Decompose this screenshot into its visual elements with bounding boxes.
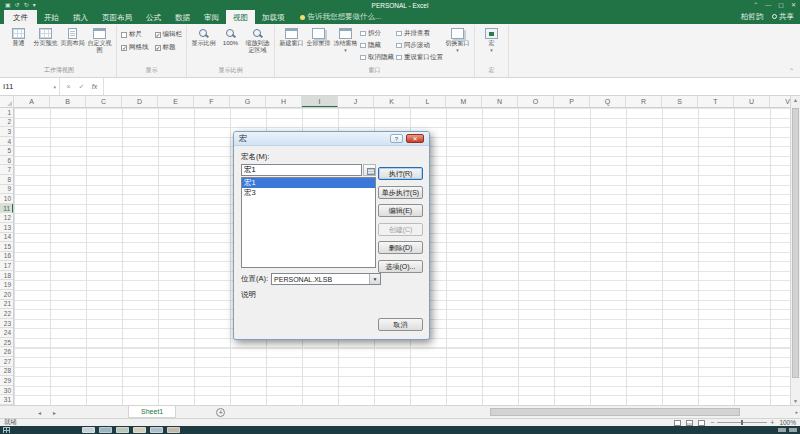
row-header-1[interactable]: 1 xyxy=(0,108,13,118)
macro-list-item-宏1[interactable]: 宏1 xyxy=(242,178,375,188)
zoom-percentage[interactable]: 100% xyxy=(779,419,796,426)
row-header-19[interactable]: 19 xyxy=(0,280,13,290)
row-header-14[interactable]: 14 xyxy=(0,233,13,243)
row-header-9[interactable]: 9 xyxy=(0,185,13,195)
ribbon-button-缩放到选定区域[interactable]: 缩放到选定区域 xyxy=(245,26,270,53)
row-header-11[interactable]: 11 xyxy=(0,204,13,214)
tab-加载项[interactable]: 加载项 xyxy=(255,10,292,24)
tab-开始[interactable]: 开始 xyxy=(37,10,66,24)
page-break-view-icon[interactable] xyxy=(698,420,705,426)
row-header-10[interactable]: 10 xyxy=(0,194,13,204)
scroll-right-icon[interactable]: ▸ xyxy=(795,409,798,415)
location-dropdown-icon[interactable]: ▼ xyxy=(369,274,380,284)
tab-视图[interactable]: 视图 xyxy=(226,10,255,24)
row-header-4[interactable]: 4 xyxy=(0,137,13,147)
ribbon-button-冻结窗格[interactable]: 冻结窗格▾ xyxy=(333,26,358,52)
column-header-L[interactable]: L xyxy=(410,96,446,107)
name-box-dropdown-icon[interactable]: ▾ xyxy=(53,84,56,90)
row-header-31[interactable]: 31 xyxy=(0,395,13,405)
insert-function-icon[interactable]: fx xyxy=(88,83,101,90)
taskbar-item-4[interactable] xyxy=(133,427,146,433)
column-header-A[interactable]: A xyxy=(14,96,50,107)
vertical-scrollbar[interactable]: ▲ ▼ xyxy=(790,96,800,405)
macro-name-input[interactable] xyxy=(241,164,362,176)
zoom-in-icon[interactable]: + xyxy=(770,420,774,426)
ribbon-button-分页预览[interactable]: 分页预览 xyxy=(33,26,58,47)
row-header-13[interactable]: 13 xyxy=(0,223,13,233)
macro-list-item-宏3[interactable]: 宏3 xyxy=(242,188,375,198)
ribbon-button-页面布局[interactable]: 页面布局 xyxy=(60,26,85,47)
dialog-close-icon[interactable]: ✕ xyxy=(406,134,424,143)
row-header-21[interactable]: 21 xyxy=(0,300,13,310)
collapse-ribbon-icon[interactable]: ⌃ xyxy=(789,67,794,74)
column-header-S[interactable]: S xyxy=(662,96,698,107)
formula-input[interactable] xyxy=(104,78,800,95)
ribbon-button-隐藏[interactable]: 隐藏 xyxy=(360,41,394,50)
ribbon-button-并排查看[interactable]: 并排查看 xyxy=(396,29,443,38)
column-header-E[interactable]: E xyxy=(158,96,194,107)
tab-页面布局[interactable]: 页面布局 xyxy=(95,10,139,24)
dialog-button-执行(R)[interactable]: 执行(R) xyxy=(378,167,423,180)
ribbon-display-options-icon[interactable]: ⌃ xyxy=(753,0,758,10)
ribbon-button-切换窗口[interactable]: 切换窗口▾ xyxy=(445,26,470,52)
dialog-help-icon[interactable]: ? xyxy=(390,134,403,143)
zoom-slider-track[interactable] xyxy=(717,422,767,423)
row-header-7[interactable]: 7 xyxy=(0,165,13,175)
next-sheet-icon[interactable]: ▸ xyxy=(53,409,56,416)
row-header-24[interactable]: 24 xyxy=(0,328,13,338)
column-header-J[interactable]: J xyxy=(338,96,374,107)
row-header-2[interactable]: 2 xyxy=(0,118,13,128)
taskbar-item-3[interactable] xyxy=(116,427,129,433)
start-button-icon[interactable] xyxy=(3,427,10,433)
minimize-icon[interactable]: — xyxy=(765,0,771,10)
tray-icon[interactable] xyxy=(778,428,786,432)
ribbon-button-普通[interactable]: 普通 xyxy=(6,26,31,47)
row-header-15[interactable]: 15 xyxy=(0,242,13,252)
column-header-T[interactable]: T xyxy=(698,96,734,107)
tray-icon[interactable] xyxy=(789,428,797,432)
column-header-H[interactable]: H xyxy=(266,96,302,107)
checkbox-标题[interactable]: ✓标题 xyxy=(155,43,183,52)
ribbon-button-重设窗口位置[interactable]: 重设窗口位置 xyxy=(396,53,443,62)
location-select[interactable]: PERSONAL.XLSB ▼ xyxy=(271,273,381,285)
horizontal-scroll-thumb[interactable] xyxy=(490,408,740,416)
ribbon-button-显示比例[interactable]: 显示比例 xyxy=(191,26,216,47)
column-header-P[interactable]: P xyxy=(554,96,590,107)
row-header-3[interactable]: 3 xyxy=(0,127,13,137)
ribbon-button-新建窗口[interactable]: 新建窗口 xyxy=(279,26,304,47)
ribbon-button-同步滚动[interactable]: 同步滚动 xyxy=(396,41,443,50)
macro-dialog-titlebar[interactable]: 宏 ? ✕ xyxy=(234,132,429,146)
row-header-30[interactable]: 30 xyxy=(0,386,13,396)
column-header-K[interactable]: K xyxy=(374,96,410,107)
scroll-down-icon[interactable]: ▼ xyxy=(791,398,800,404)
column-header-C[interactable]: C xyxy=(86,96,122,107)
horizontal-scrollbar[interactable]: ▸ xyxy=(488,408,788,416)
sheet-tab-sheet1[interactable]: Sheet1 xyxy=(128,406,176,418)
column-header-M[interactable]: M xyxy=(446,96,482,107)
tab-插入[interactable]: 插入 xyxy=(66,10,95,24)
dialog-button-删除(D)[interactable]: 删除(D) xyxy=(378,241,423,254)
macro-list[interactable]: 宏1宏3 xyxy=(241,177,376,268)
name-box[interactable]: I11 ▾ xyxy=(0,78,60,95)
tab-数据[interactable]: 数据 xyxy=(168,10,197,24)
ribbon-button-100%[interactable]: 100% xyxy=(218,26,243,47)
column-header-G[interactable]: G xyxy=(230,96,266,107)
row-header-18[interactable]: 18 xyxy=(0,271,13,281)
tab-file[interactable]: 文件 xyxy=(4,10,37,24)
ribbon-button-拆分[interactable]: 拆分 xyxy=(360,29,394,38)
normal-view-icon[interactable] xyxy=(674,420,681,426)
new-sheet-icon[interactable]: + xyxy=(216,408,225,417)
row-header-25[interactable]: 25 xyxy=(0,338,13,348)
row-header-8[interactable]: 8 xyxy=(0,175,13,185)
row-header-28[interactable]: 28 xyxy=(0,367,13,377)
restore-icon[interactable]: ▢ xyxy=(778,0,784,10)
taskbar-item-5[interactable] xyxy=(150,427,163,433)
dialog-button-编辑(E)[interactable]: 编辑(E) xyxy=(378,204,423,217)
row-header-27[interactable]: 27 xyxy=(0,357,13,367)
checkbox-标尺[interactable]: 标尺 xyxy=(121,30,149,39)
row-header-26[interactable]: 26 xyxy=(0,347,13,357)
column-header-B[interactable]: B xyxy=(50,96,86,107)
cancel-entry-icon[interactable]: × xyxy=(62,83,75,90)
row-header-29[interactable]: 29 xyxy=(0,376,13,386)
row-header-16[interactable]: 16 xyxy=(0,252,13,262)
